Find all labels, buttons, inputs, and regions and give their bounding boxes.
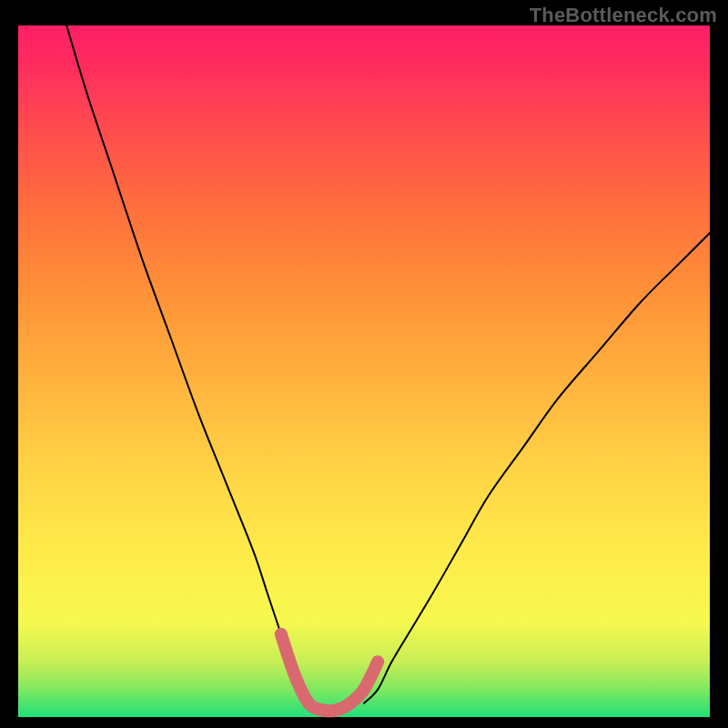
watermark-text: TheBottleneck.com <box>530 4 717 27</box>
bottleneck-curve-right <box>364 233 710 703</box>
valley-highlight <box>281 634 378 712</box>
bottleneck-curve-left <box>66 25 308 703</box>
curve-layer <box>18 25 710 717</box>
plot-frame <box>18 25 710 717</box>
chart-root: TheBottleneck.com <box>0 0 728 728</box>
